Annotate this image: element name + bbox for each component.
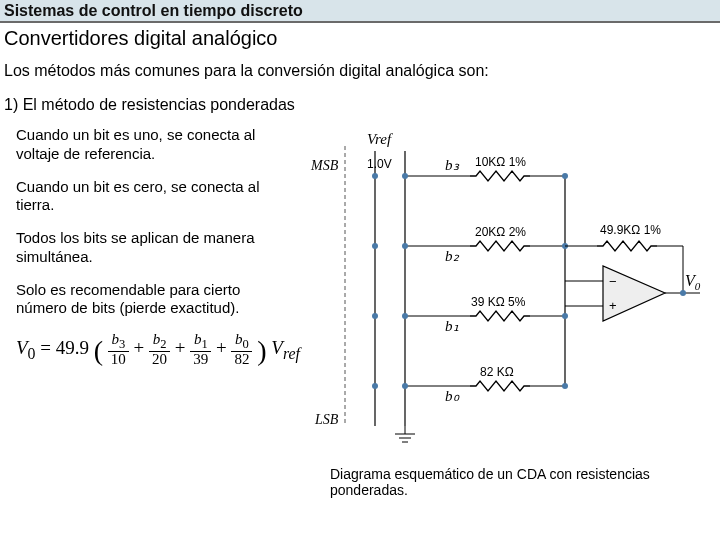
figure-caption: Diagrama esquemático de un CDA con resis… bbox=[330, 466, 670, 498]
svg-text:−: − bbox=[609, 274, 617, 289]
left-column: Cuando un bit es uno, se conecta al volt… bbox=[0, 126, 280, 318]
svg-text:1.0V: 1.0V bbox=[367, 157, 392, 171]
svg-text:82 KΩ: 82 KΩ bbox=[480, 365, 514, 379]
para-3: Todos los bits se aplican de manera simu… bbox=[16, 229, 280, 267]
content-area: Cuando un bit es uno, se conecta al volt… bbox=[0, 126, 720, 368]
svg-text:10KΩ 1%: 10KΩ 1% bbox=[475, 155, 526, 169]
svg-text:b₂: b₂ bbox=[445, 248, 460, 264]
svg-text:20KΩ 2%: 20KΩ 2% bbox=[475, 225, 526, 239]
svg-text:MSB: MSB bbox=[310, 158, 339, 173]
section-heading: 1) El método de resistencias ponderadas bbox=[0, 94, 720, 126]
svg-text:V0: V0 bbox=[685, 272, 701, 292]
schematic-diagram: b₃ 10KΩ 1% b₂ 20KΩ 2% b₁ 39 KΩ 5% b bbox=[305, 126, 705, 446]
para-1: Cuando un bit es uno, se conecta al volt… bbox=[16, 126, 280, 164]
para-4: Solo es recomendable para cierto número … bbox=[16, 281, 280, 319]
svg-text:49.9KΩ 1%: 49.9KΩ 1% bbox=[600, 223, 661, 237]
svg-text:39 KΩ 5%: 39 KΩ 5% bbox=[471, 295, 526, 309]
page-title: Convertidores digital analógico bbox=[0, 23, 720, 60]
svg-text:b₃: b₃ bbox=[445, 157, 460, 173]
intro-text: Los métodos más comunes para la conversi… bbox=[0, 60, 720, 94]
svg-text:Vref: Vref bbox=[367, 131, 393, 147]
svg-text:+: + bbox=[609, 298, 617, 313]
svg-text:b₁: b₁ bbox=[445, 318, 459, 334]
header-bar: Sistemas de control en tiempo discreto bbox=[0, 0, 720, 23]
svg-text:LSB: LSB bbox=[314, 412, 339, 427]
svg-text:b₀: b₀ bbox=[445, 388, 460, 404]
para-2: Cuando un bit es cero, se conecta al tie… bbox=[16, 178, 280, 216]
